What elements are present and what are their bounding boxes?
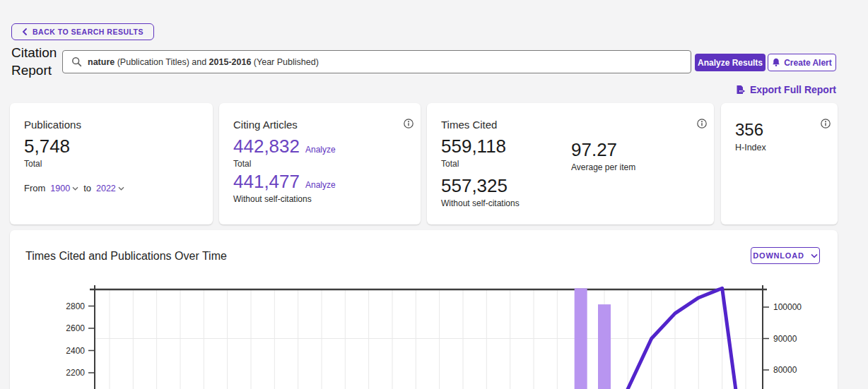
citing-articles-card: Citing Articles 442,832 Analyze Total 44…	[219, 103, 421, 225]
chart-canvas: 28002600240022001000009000080000	[10, 230, 838, 389]
times-cited-over-time-card: Times Cited and Publications Over Time D…	[10, 230, 838, 389]
search-field-descriptor: (Publication Titles) and	[115, 57, 209, 67]
bell-icon	[772, 58, 780, 67]
search-year-descriptor: (Year Published)	[251, 57, 318, 67]
info-icon[interactable]	[697, 119, 707, 128]
back-to-search-results-button[interactable]: BACK TO SEARCH RESULTS	[11, 23, 154, 40]
citing-articles-total-label: Total	[233, 159, 406, 169]
chevron-left-icon	[22, 28, 28, 35]
h-index-label: H-Index	[735, 143, 823, 152]
chevron-down-icon	[118, 186, 124, 191]
search-term: nature	[88, 57, 115, 67]
export-full-report-label: Export Full Report	[750, 84, 836, 95]
average-per-item-value: 97.27	[571, 139, 635, 161]
create-alert-button[interactable]: Create Alert	[768, 54, 836, 71]
search-query-field[interactable]: nature (Publication Titles) and 2015-201…	[62, 50, 691, 73]
publications-total-label: Total	[24, 159, 199, 169]
left-axis-tick-label: 2600	[66, 323, 85, 333]
citing-articles-total-value: 442,832	[233, 136, 300, 157]
right-axis-tick-label: 80000	[773, 365, 797, 375]
citing-articles-without-label: Without self-citations	[233, 194, 406, 204]
times-cited-card-title: Times Cited	[441, 119, 700, 131]
search-query-text: nature (Publication Titles) and 2015-201…	[88, 57, 319, 67]
create-alert-label: Create Alert	[784, 58, 832, 68]
back-button-label: BACK TO SEARCH RESULTS	[33, 28, 143, 36]
info-icon[interactable]	[821, 119, 831, 128]
publications-card: Publications 5,748 Total From 1900 to 20…	[10, 103, 213, 225]
chart-bar-2016	[598, 304, 611, 389]
search-icon	[71, 56, 82, 67]
publications-card-title: Publications	[24, 119, 199, 131]
right-axis-tick-label: 90000	[773, 334, 797, 344]
from-year-dropdown[interactable]: 1900	[50, 184, 78, 193]
export-full-report-link[interactable]: Export Full Report	[735, 83, 836, 96]
from-label: From	[24, 183, 45, 193]
analyze-results-button[interactable]: Analyze Results	[695, 54, 766, 71]
analyze-total-link[interactable]: Analyze	[305, 145, 336, 155]
analyze-without-link[interactable]: Analyze	[305, 180, 336, 190]
citing-articles-without-value: 441,477	[233, 171, 300, 193]
h-index-card: 356 H-Index	[721, 103, 838, 225]
right-axis-tick-label: 100000	[773, 302, 802, 312]
chart-bar-2015	[575, 288, 587, 389]
publications-total-value: 5,748	[24, 136, 199, 157]
info-icon[interactable]	[404, 119, 414, 128]
average-per-item-block: 97.27 Average per item	[571, 119, 635, 172]
chevron-down-icon	[72, 186, 78, 191]
times-cited-card: Times Cited 559,118 Total 557,325 Withou…	[427, 103, 714, 225]
times-cited-total-value: 559,118	[441, 136, 700, 157]
left-axis-tick-label: 2200	[66, 368, 85, 378]
to-year-dropdown[interactable]: 2022	[96, 184, 124, 193]
publications-year-range: From 1900 to 2022	[24, 183, 199, 193]
times-cited-without-value: 557,325	[441, 175, 700, 197]
from-year-value: 1900	[50, 184, 70, 193]
left-axis-tick-label: 2800	[66, 301, 85, 311]
to-year-value: 2022	[96, 184, 116, 193]
search-year-range: 2015-2016	[209, 57, 252, 67]
page-title: Citation Report	[11, 44, 62, 79]
citing-articles-card-title: Citing Articles	[233, 119, 406, 131]
times-cited-without-label: Without self-citations	[441, 198, 700, 208]
left-axis-tick-label: 2400	[66, 346, 85, 356]
to-label: to	[83, 183, 91, 193]
average-per-item-label: Average per item	[571, 162, 635, 172]
times-cited-total-label: Total	[441, 159, 700, 169]
export-icon	[735, 85, 746, 95]
h-index-value: 356	[735, 120, 823, 140]
